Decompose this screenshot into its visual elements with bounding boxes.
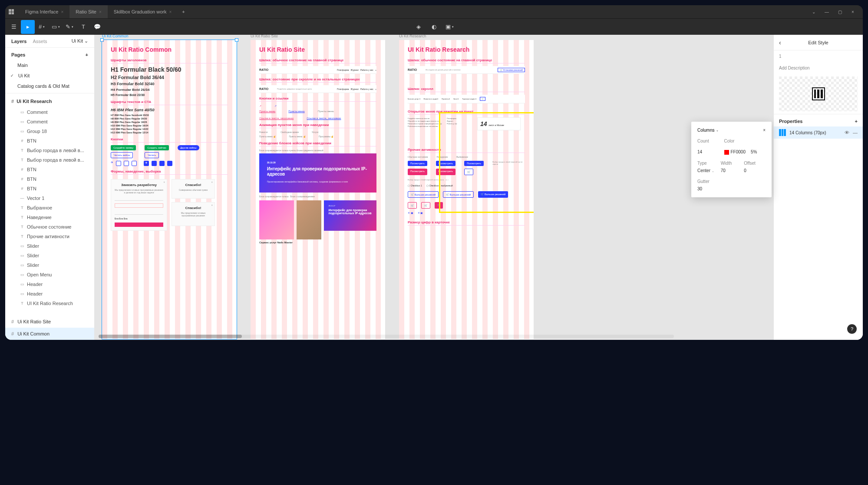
hamburger-button[interactable]: ☰ — [7, 20, 21, 34]
shape-tool[interactable]: ▭▾ — [49, 20, 63, 34]
layer-row[interactable]: ▭Open Menu — [5, 270, 94, 279]
new-tab-button[interactable]: + — [178, 9, 189, 14]
frame-common[interactable]: #Ui Kit Common — [5, 328, 94, 340]
close-icon[interactable]: × — [169, 10, 172, 14]
frame-ratio-site[interactable]: #Ui Kit Ratio Site — [5, 316, 94, 328]
page-uikit[interactable]: Ui Kit — [5, 70, 94, 81]
layer-row[interactable]: TВыбор города в левой в... — [5, 155, 94, 165]
help-button[interactable]: ? — [847, 324, 857, 334]
page-main[interactable]: Main — [5, 60, 94, 70]
style-description[interactable]: Add Description — [774, 62, 863, 74]
close-icon[interactable]: × — [99, 10, 102, 14]
layer-row[interactable]: ▭Header — [5, 279, 94, 289]
minimize-button[interactable]: — — [820, 10, 833, 14]
offset-label: Offset — [744, 161, 766, 166]
frame-tool[interactable]: #▾ — [35, 20, 49, 34]
page-title: UI Kit Ratio Common — [111, 46, 228, 53]
close-icon[interactable]: × — [61, 10, 63, 14]
add-page-button[interactable]: + — [86, 52, 88, 57]
layer-row[interactable]: TПрочие активности — [5, 232, 94, 241]
tab-assets[interactable]: Assets — [33, 39, 47, 44]
artboard-research[interactable]: Ui Kit Research UI Kit Ratio Research Ша… — [399, 40, 534, 339]
gutter-input[interactable]: 30 — [697, 186, 766, 191]
menu-icon[interactable] — [9, 9, 14, 14]
tab-layers[interactable]: Layers — [11, 39, 26, 44]
count-label: Count — [697, 139, 723, 143]
layer-row[interactable]: TВыбор города в левой в... — [5, 146, 94, 155]
artboard-site[interactable]: Ui Kit Ratio Site UI Kit Ratio Site Шапк… — [251, 40, 385, 339]
move-tool[interactable]: ▸ — [21, 20, 35, 34]
component-icon[interactable]: ◈ — [413, 20, 424, 34]
form-card: × Заказать разработку Мы предлагаем гото… — [111, 179, 167, 231]
style-preview — [779, 76, 858, 111]
visibility-toggle[interactable]: 👁 — [845, 130, 849, 135]
pen-tool[interactable]: ✎▾ — [63, 20, 76, 34]
color-input[interactable]: FF0000 — [724, 149, 749, 155]
layer-row[interactable]: ▭Header — [5, 289, 94, 299]
type-label: Type — [697, 161, 719, 166]
columns-popover: Columns ⌄ × Count Color 14 FF0000 5% Typ… — [691, 122, 772, 197]
artboard-common[interactable]: Ui Kit Common UI Kit Ratio Common Шрифты… — [102, 40, 237, 339]
layer-row[interactable]: TВыбранное — [5, 203, 94, 213]
layer-row[interactable]: #BTN — [5, 165, 94, 174]
layer-row[interactable]: #BTN — [5, 136, 94, 146]
popover-title[interactable]: Columns ⌄ — [697, 128, 719, 133]
frames-root[interactable]: #Ui Kit Research — [5, 95, 94, 107]
properties-label: Properties — [779, 119, 802, 124]
pages-label: Pages — [11, 52, 25, 57]
layer-row[interactable]: ▭Group 18 — [5, 126, 94, 136]
layer-row[interactable]: #BTN — [5, 184, 94, 193]
layer-row[interactable]: TUI Kit Ratio Research — [5, 299, 94, 308]
count-input[interactable]: 14 — [697, 149, 723, 155]
layer-row[interactable]: ▭Slider — [5, 251, 94, 260]
canvas[interactable]: Ui Kit Common UI Kit Ratio Common Шрифты… — [94, 35, 774, 340]
opacity-input[interactable]: 5% — [751, 149, 766, 155]
columns-icon — [779, 129, 786, 136]
width-label: Width — [721, 161, 743, 166]
layer-row[interactable]: #BTN — [5, 174, 94, 184]
left-panel: Layers Assets Ui Kit ⌄ Pages + Main Ui K… — [5, 35, 94, 340]
columns-icon — [812, 87, 825, 100]
mask-icon[interactable]: ◐ — [429, 20, 439, 34]
close-button[interactable]: × — [846, 10, 859, 14]
property-row[interactable]: 14 Columns (70px) 👁 — — [774, 126, 863, 139]
boolean-icon[interactable]: ▣▾ — [445, 20, 455, 34]
panel-title: Edit Style — [774, 40, 863, 45]
chevron-down-icon[interactable]: ⌄ — [807, 10, 820, 14]
page-catalog[interactable]: Catalog cards & Old Mat — [5, 81, 94, 91]
comment-tool[interactable]: 💬 — [90, 20, 104, 34]
layer-row[interactable]: ▭Slider — [5, 241, 94, 251]
layer-row[interactable]: ▭Comment — [5, 117, 94, 126]
scrollbar-horizontal[interactable] — [99, 335, 674, 338]
style-name[interactable]: 1 — [774, 50, 863, 62]
tab-figma[interactable]: Figma Interface× — [19, 5, 69, 18]
layer-row[interactable]: ▭Comment — [5, 107, 94, 117]
color-label: Color — [724, 139, 749, 143]
layer-row[interactable]: —Vector 1 — [5, 193, 94, 203]
page-selector[interactable]: Ui Kit ⌄ — [72, 38, 88, 44]
layer-row[interactable]: TНаведение — [5, 213, 94, 222]
maximize-button[interactable]: ▢ — [833, 10, 846, 14]
tab-ratio[interactable]: Ratio Site× — [69, 5, 108, 18]
text-tool[interactable]: T — [76, 20, 90, 34]
layer-row[interactable]: ▭Slider — [5, 260, 94, 270]
layer-row[interactable]: TОбычное состояние — [5, 222, 94, 232]
titlebar: Figma Interface× Ratio Site× Skillbox Gr… — [5, 5, 863, 18]
close-icon[interactable]: × — [763, 128, 766, 133]
tab-skillbox[interactable]: Skillbox Graduation work× — [108, 5, 178, 18]
toolbar: ☰ ▸ #▾ ▭▾ ✎▾ T 💬 ◈ ◐ ▣▾ О Share ▷ 30% ⌄ — [5, 18, 863, 35]
right-panel: ‹ Edit Style 1 Add Description Propertie… — [774, 35, 863, 340]
gutter-label: Gutter — [697, 179, 766, 184]
width-input[interactable]: 70 — [721, 168, 743, 173]
type-select[interactable]: Center ⌄ — [697, 168, 719, 173]
remove-button[interactable]: — — [853, 130, 858, 135]
add-property-button[interactable]: + — [855, 119, 858, 124]
offset-input[interactable]: 0 — [744, 168, 766, 173]
